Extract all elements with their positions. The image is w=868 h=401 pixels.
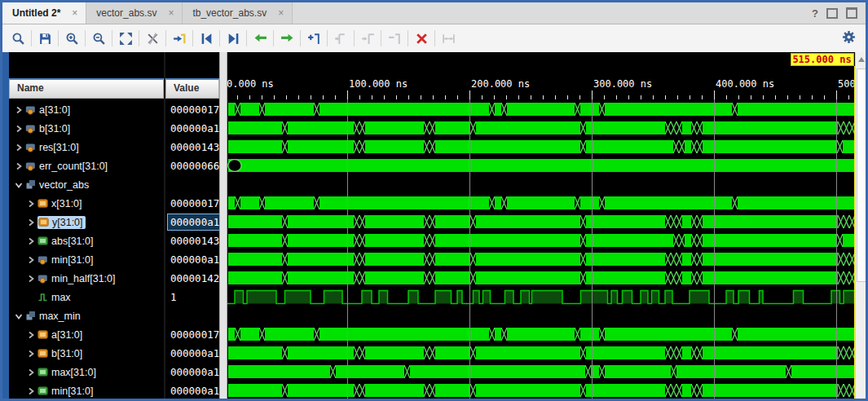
next-transition-icon[interactable] xyxy=(223,28,244,49)
tab-tb-vector-abs-sv[interactable]: tb_vector_abs.sv× xyxy=(183,2,293,24)
chevron-right-icon[interactable] xyxy=(26,349,36,359)
value-row[interactable] xyxy=(165,306,219,325)
value-row[interactable]: 000000a1 xyxy=(165,344,219,363)
tree-row-abs310[interactable]: abs[31:0] xyxy=(9,231,164,250)
chevron-down-icon[interactable] xyxy=(14,311,24,321)
value-row[interactable]: 00000066 xyxy=(165,156,219,175)
settings-gear-icon[interactable] xyxy=(839,28,857,46)
tree-row-err_count310[interactable]: err_count[31:0] xyxy=(9,156,164,175)
waveform-canvas[interactable]: 0.000 ns100.000 ns200.000 ns300.000 ns40… xyxy=(227,52,855,399)
value-row[interactable]: 000000a1 xyxy=(165,381,219,399)
swap-prev-icon[interactable] xyxy=(249,28,271,49)
wave-row-min310[interactable] xyxy=(227,381,855,399)
toggle-snap-icon[interactable] xyxy=(142,28,163,49)
float-window-icon[interactable] xyxy=(846,7,857,19)
search-icon[interactable] xyxy=(7,28,29,49)
tab-vector-abs-sv[interactable]: vector_abs.sv× xyxy=(86,2,183,24)
value-row[interactable]: 000000a1 xyxy=(165,213,219,231)
wave-row-y310[interactable] xyxy=(227,213,855,231)
selected-signal[interactable]: y[31:0] xyxy=(37,216,86,229)
tree-row-min310[interactable]: min[31:0] xyxy=(9,250,164,269)
tree-row-min_half310[interactable]: min_half[31:0] xyxy=(9,269,164,288)
add-marker-icon[interactable] xyxy=(303,28,324,49)
tree-row-min310[interactable]: min[31:0] xyxy=(9,381,164,399)
value-row[interactable]: 00000142 xyxy=(165,269,219,288)
transition-x-icon xyxy=(501,103,507,116)
value-row[interactable]: 00000017 xyxy=(165,100,219,119)
wave-row-vector_abs[interactable] xyxy=(227,175,855,194)
chevron-down-icon[interactable] xyxy=(14,180,24,190)
maximize-icon[interactable] xyxy=(826,8,838,19)
tree-row-a310[interactable]: a[31:0] xyxy=(9,100,164,119)
tab-close-icon[interactable]: × xyxy=(168,7,174,19)
wave-row-a310[interactable] xyxy=(227,100,855,119)
tree-row-a310[interactable]: a[31:0] xyxy=(9,325,164,344)
wave-row-x310[interactable] xyxy=(227,194,855,213)
chevron-right-icon[interactable] xyxy=(14,161,24,171)
wave-row-a310[interactable] xyxy=(227,325,855,344)
panel-splitter[interactable] xyxy=(219,52,227,399)
wave-row-min310[interactable] xyxy=(227,250,855,269)
value-row[interactable]: 000000a1 xyxy=(165,250,219,269)
chevron-right-icon[interactable] xyxy=(26,255,36,265)
vertical-scrollbar[interactable] xyxy=(855,52,866,399)
tree-row-x310[interactable]: x[31:0] xyxy=(9,194,164,213)
transition-x-icon xyxy=(424,215,435,228)
swap-next-icon[interactable] xyxy=(276,28,297,49)
wave-row-err_count310[interactable] xyxy=(227,156,855,175)
value-row[interactable]: 00000017 xyxy=(165,194,219,213)
goto-time-icon[interactable] xyxy=(169,28,190,49)
tree-row-b310[interactable]: b[31:0] xyxy=(9,119,164,138)
value-row[interactable]: 000000a1 xyxy=(165,119,219,138)
tree-row-y310[interactable]: y[31:0] xyxy=(9,213,164,231)
chevron-right-icon[interactable] xyxy=(26,274,36,284)
tree-row-max[interactable]: max xyxy=(9,288,164,306)
zoom-out-icon[interactable] xyxy=(88,28,109,49)
value-row[interactable] xyxy=(165,175,219,194)
chevron-right-icon[interactable] xyxy=(26,218,36,227)
wave-row-res310[interactable] xyxy=(227,138,855,156)
ruler-tick xyxy=(335,95,336,99)
chevron-right-icon[interactable] xyxy=(26,199,36,209)
wave-row-max310[interactable] xyxy=(227,363,855,381)
help-icon[interactable]: ? xyxy=(812,7,818,20)
scrollbar-thumb[interactable] xyxy=(857,68,866,282)
value-row[interactable]: 00000143 xyxy=(165,231,219,250)
tree-row-b310[interactable]: b[31:0] xyxy=(9,344,164,363)
value-row[interactable]: 1 xyxy=(165,288,219,306)
value-row[interactable]: 000000a1 xyxy=(165,363,219,381)
name-column-header[interactable]: Name xyxy=(9,78,164,99)
save-icon[interactable] xyxy=(34,28,55,49)
tab-close-icon[interactable]: × xyxy=(72,7,77,19)
chevron-right-icon[interactable] xyxy=(26,330,36,340)
scroll-up-arrow-icon[interactable] xyxy=(856,54,866,65)
zoom-fit-icon[interactable] xyxy=(115,28,136,49)
toolbar-separator xyxy=(112,30,112,46)
delete-all-markers-icon[interactable] xyxy=(411,28,432,49)
chevron-right-icon[interactable] xyxy=(14,124,24,134)
tree-row-max_min[interactable]: max_min xyxy=(9,306,164,325)
wave-row-b310[interactable] xyxy=(227,119,855,138)
wave-row-max_min[interactable] xyxy=(227,306,855,325)
value-row[interactable]: 00000143 xyxy=(165,138,219,156)
prev-transition-icon[interactable] xyxy=(196,28,217,49)
chevron-right-icon[interactable] xyxy=(14,143,24,152)
wave-row-max[interactable] xyxy=(227,288,855,306)
value-column-header[interactable]: Value xyxy=(165,78,219,99)
wave-row-b310[interactable] xyxy=(227,344,855,363)
ruler-tick xyxy=(494,95,495,99)
value-row[interactable]: 00000017 xyxy=(165,325,219,344)
chevron-right-icon[interactable] xyxy=(26,386,36,396)
tree-row-res310[interactable]: res[31:0] xyxy=(9,138,164,156)
transition-x-icon xyxy=(599,196,605,209)
wave-row-abs310[interactable] xyxy=(227,231,855,250)
zoom-in-icon[interactable] xyxy=(61,28,82,49)
chevron-right-icon[interactable] xyxy=(26,368,36,377)
chevron-right-icon[interactable] xyxy=(14,105,24,115)
tab-close-icon[interactable]: × xyxy=(278,7,284,19)
wave-row-min_half310[interactable] xyxy=(227,269,855,288)
tree-row-vector_abs[interactable]: vector_abs xyxy=(9,175,164,194)
tree-row-max310[interactable]: max[31:0] xyxy=(9,363,164,381)
tab-untitled-2-[interactable]: Untitled 2*× xyxy=(2,2,86,24)
chevron-right-icon[interactable] xyxy=(26,236,36,246)
